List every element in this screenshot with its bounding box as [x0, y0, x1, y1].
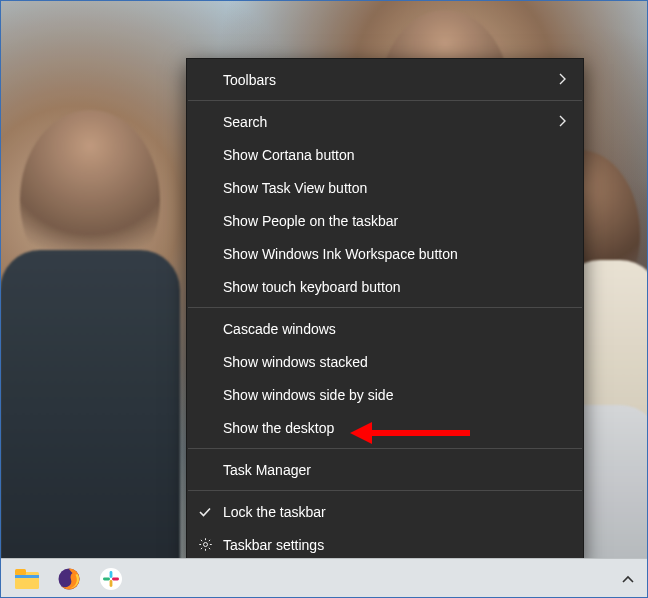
menu-item-show-touch-kb[interactable]: Show touch keyboard button	[187, 270, 583, 303]
menu-item-label: Lock the taskbar	[223, 504, 567, 520]
svg-rect-7	[103, 577, 110, 580]
slack-icon	[99, 567, 123, 591]
taskbar-icon-file-explorer[interactable]	[6, 559, 48, 599]
svg-rect-9	[112, 577, 119, 580]
menu-item-lock-taskbar[interactable]: Lock the taskbar	[187, 495, 583, 528]
wallpaper-figure	[0, 250, 180, 570]
menu-item-label: Taskbar settings	[223, 537, 567, 553]
menu-item-label: Task Manager	[223, 462, 567, 478]
menu-item-label: Toolbars	[223, 72, 551, 88]
menu-item-label: Show the desktop	[223, 420, 567, 436]
menu-separator	[188, 490, 582, 491]
firefox-icon	[57, 567, 81, 591]
svg-rect-2	[15, 569, 26, 575]
taskbar-icon-firefox[interactable]	[48, 559, 90, 599]
menu-separator	[188, 448, 582, 449]
menu-item-taskbar-settings[interactable]: Taskbar settings	[187, 528, 583, 561]
chevron-right-icon	[559, 71, 567, 89]
menu-item-label: Show touch keyboard button	[223, 279, 567, 295]
svg-rect-6	[110, 571, 113, 578]
taskbar[interactable]	[0, 558, 648, 598]
menu-item-show-task-view[interactable]: Show Task View button	[187, 171, 583, 204]
taskbar-context-menu: Toolbars Search Show Cortana button Show…	[186, 58, 584, 566]
svg-point-0	[203, 543, 207, 547]
check-icon	[195, 505, 215, 519]
menu-item-label: Show Windows Ink Workspace button	[223, 246, 567, 262]
menu-item-label: Cascade windows	[223, 321, 567, 337]
menu-item-label: Show People on the taskbar	[223, 213, 567, 229]
menu-separator	[188, 307, 582, 308]
chevron-right-icon	[559, 113, 567, 131]
taskbar-icon-slack[interactable]	[90, 559, 132, 599]
menu-item-show-desktop[interactable]: Show the desktop	[187, 411, 583, 444]
gear-icon	[195, 537, 215, 552]
chevron-up-icon	[622, 575, 634, 583]
menu-item-task-manager[interactable]: Task Manager	[187, 453, 583, 486]
menu-item-show-people[interactable]: Show People on the taskbar	[187, 204, 583, 237]
menu-item-show-cortana[interactable]: Show Cortana button	[187, 138, 583, 171]
menu-item-label: Show windows stacked	[223, 354, 567, 370]
menu-item-label: Show Task View button	[223, 180, 567, 196]
file-explorer-icon	[15, 569, 39, 589]
menu-item-label: Show windows side by side	[223, 387, 567, 403]
menu-item-side-by-side[interactable]: Show windows side by side	[187, 378, 583, 411]
menu-item-label: Search	[223, 114, 551, 130]
menu-item-cascade[interactable]: Cascade windows	[187, 312, 583, 345]
svg-rect-3	[15, 575, 39, 578]
menu-item-toolbars[interactable]: Toolbars	[187, 63, 583, 96]
menu-separator	[188, 100, 582, 101]
tray-show-hidden-icons[interactable]	[614, 559, 642, 599]
menu-item-show-ink[interactable]: Show Windows Ink Workspace button	[187, 237, 583, 270]
taskbar-spacer	[132, 559, 614, 599]
menu-item-search[interactable]: Search	[187, 105, 583, 138]
menu-item-label: Show Cortana button	[223, 147, 567, 163]
svg-rect-8	[110, 580, 113, 587]
menu-item-stacked[interactable]: Show windows stacked	[187, 345, 583, 378]
